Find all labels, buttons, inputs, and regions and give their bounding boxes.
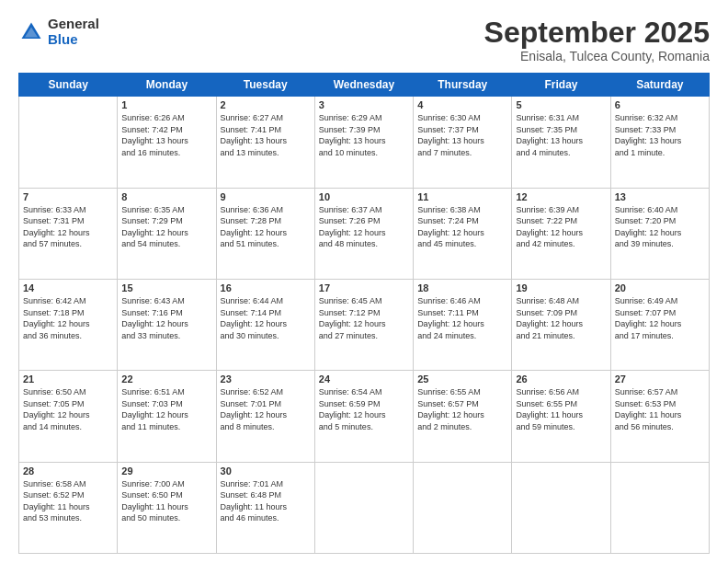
day-number: 4: [417, 99, 507, 110]
day-number: 13: [615, 191, 705, 202]
calendar-cell: [19, 97, 118, 188]
calendar-subtitle: Enisala, Tulcea County, Romania: [484, 49, 710, 63]
calendar-cell: 29Sunrise: 7:00 AM Sunset: 6:50 PM Dayli…: [118, 462, 216, 553]
day-info: Sunrise: 7:01 AM Sunset: 6:48 PM Dayligh…: [221, 478, 311, 524]
logo-general: General: [48, 17, 99, 32]
calendar-cell: [610, 462, 709, 553]
day-info: Sunrise: 6:44 AM Sunset: 7:14 PM Dayligh…: [221, 295, 311, 341]
day-number: 16: [221, 282, 311, 293]
calendar-cell: 26Sunrise: 6:56 AM Sunset: 6:55 PM Dayli…: [512, 371, 610, 462]
calendar-cell: 20Sunrise: 6:49 AM Sunset: 7:07 PM Dayli…: [610, 279, 709, 370]
col-saturday: Saturday: [610, 74, 709, 97]
day-number: 12: [516, 191, 606, 202]
day-number: 24: [319, 373, 409, 385]
calendar-cell: 22Sunrise: 6:51 AM Sunset: 7:03 PM Dayli…: [118, 371, 216, 462]
calendar-table: Sunday Monday Tuesday Wednesday Thursday…: [18, 73, 710, 554]
day-info: Sunrise: 6:39 AM Sunset: 7:22 PM Dayligh…: [516, 204, 606, 250]
day-number: 23: [221, 373, 311, 385]
day-info: Sunrise: 6:38 AM Sunset: 7:24 PM Dayligh…: [417, 204, 507, 250]
day-info: Sunrise: 6:35 AM Sunset: 7:29 PM Dayligh…: [121, 204, 211, 250]
calendar-cell: 27Sunrise: 6:57 AM Sunset: 6:53 PM Dayli…: [610, 371, 709, 462]
calendar-cell: 1Sunrise: 6:26 AM Sunset: 7:42 PM Daylig…: [118, 97, 216, 188]
calendar-cell: 8Sunrise: 6:35 AM Sunset: 7:29 PM Daylig…: [118, 188, 216, 279]
col-sunday: Sunday: [19, 74, 118, 97]
day-number: 3: [319, 99, 409, 110]
day-number: 11: [417, 191, 507, 202]
calendar-cell: 10Sunrise: 6:37 AM Sunset: 7:26 PM Dayli…: [314, 188, 413, 279]
day-info: Sunrise: 6:55 AM Sunset: 6:57 PM Dayligh…: [417, 386, 507, 432]
calendar-week-4: 21Sunrise: 6:50 AM Sunset: 7:05 PM Dayli…: [19, 371, 710, 462]
calendar-cell: 12Sunrise: 6:39 AM Sunset: 7:22 PM Dayli…: [512, 188, 610, 279]
day-number: 30: [221, 465, 311, 477]
calendar-cell: 19Sunrise: 6:48 AM Sunset: 7:09 PM Dayli…: [512, 279, 610, 370]
calendar-cell: 28Sunrise: 6:58 AM Sunset: 6:52 PM Dayli…: [19, 462, 118, 553]
day-number: 27: [615, 373, 705, 385]
day-info: Sunrise: 6:30 AM Sunset: 7:37 PM Dayligh…: [417, 112, 507, 158]
calendar-cell: 24Sunrise: 6:54 AM Sunset: 6:59 PM Dayli…: [314, 371, 413, 462]
calendar-cell: 11Sunrise: 6:38 AM Sunset: 7:24 PM Dayli…: [414, 188, 512, 279]
day-info: Sunrise: 6:40 AM Sunset: 7:20 PM Dayligh…: [615, 204, 705, 250]
day-info: Sunrise: 6:57 AM Sunset: 6:53 PM Dayligh…: [615, 386, 705, 432]
calendar-cell: 30Sunrise: 7:01 AM Sunset: 6:48 PM Dayli…: [216, 462, 314, 553]
calendar-cell: 5Sunrise: 6:31 AM Sunset: 7:35 PM Daylig…: [512, 97, 610, 188]
calendar-cell: 21Sunrise: 6:50 AM Sunset: 7:05 PM Dayli…: [19, 371, 118, 462]
day-number: 25: [417, 373, 507, 385]
day-info: Sunrise: 6:27 AM Sunset: 7:41 PM Dayligh…: [221, 112, 311, 158]
calendar-cell: 16Sunrise: 6:44 AM Sunset: 7:14 PM Dayli…: [216, 279, 314, 370]
header: General Blue September 2025 Enisala, Tul…: [18, 17, 710, 63]
day-number: 29: [121, 465, 211, 477]
calendar-cell: 25Sunrise: 6:55 AM Sunset: 6:57 PM Dayli…: [414, 371, 512, 462]
day-info: Sunrise: 6:49 AM Sunset: 7:07 PM Dayligh…: [615, 295, 705, 341]
logo: General Blue: [18, 17, 99, 47]
day-number: 18: [417, 282, 507, 293]
calendar-cell: 14Sunrise: 6:42 AM Sunset: 7:18 PM Dayli…: [19, 279, 118, 370]
calendar-cell: 4Sunrise: 6:30 AM Sunset: 7:37 PM Daylig…: [414, 97, 512, 188]
day-info: Sunrise: 6:45 AM Sunset: 7:12 PM Dayligh…: [319, 295, 409, 341]
calendar-cell: 6Sunrise: 6:32 AM Sunset: 7:33 PM Daylig…: [610, 97, 709, 188]
calendar-cell: [414, 462, 512, 553]
day-number: 14: [23, 282, 113, 293]
day-info: Sunrise: 6:37 AM Sunset: 7:26 PM Dayligh…: [319, 204, 409, 250]
calendar-title: September 2025: [484, 17, 710, 49]
day-number: 20: [615, 282, 705, 293]
day-info: Sunrise: 6:52 AM Sunset: 7:01 PM Dayligh…: [221, 386, 311, 432]
day-number: 26: [516, 373, 606, 385]
calendar-week-1: 1Sunrise: 6:26 AM Sunset: 7:42 PM Daylig…: [19, 97, 710, 188]
col-wednesday: Wednesday: [314, 74, 413, 97]
calendar-cell: 9Sunrise: 6:36 AM Sunset: 7:28 PM Daylig…: [216, 188, 314, 279]
col-tuesday: Tuesday: [216, 74, 314, 97]
day-number: 2: [221, 99, 311, 110]
col-monday: Monday: [118, 74, 216, 97]
calendar-week-3: 14Sunrise: 6:42 AM Sunset: 7:18 PM Dayli…: [19, 279, 710, 370]
col-thursday: Thursday: [414, 74, 512, 97]
title-block: September 2025 Enisala, Tulcea County, R…: [484, 17, 710, 63]
day-number: 21: [23, 373, 113, 385]
day-info: Sunrise: 6:31 AM Sunset: 7:35 PM Dayligh…: [516, 112, 606, 158]
day-info: Sunrise: 6:43 AM Sunset: 7:16 PM Dayligh…: [121, 295, 211, 341]
calendar-cell: [314, 462, 413, 553]
day-info: Sunrise: 6:46 AM Sunset: 7:11 PM Dayligh…: [417, 295, 507, 341]
calendar-cell: 7Sunrise: 6:33 AM Sunset: 7:31 PM Daylig…: [19, 188, 118, 279]
calendar-week-2: 7Sunrise: 6:33 AM Sunset: 7:31 PM Daylig…: [19, 188, 710, 279]
day-number: 19: [516, 282, 606, 293]
day-info: Sunrise: 6:29 AM Sunset: 7:39 PM Dayligh…: [319, 112, 409, 158]
logo-blue: Blue: [48, 32, 99, 48]
calendar-cell: 23Sunrise: 6:52 AM Sunset: 7:01 PM Dayli…: [216, 371, 314, 462]
day-info: Sunrise: 6:42 AM Sunset: 7:18 PM Dayligh…: [23, 295, 113, 341]
day-info: Sunrise: 6:33 AM Sunset: 7:31 PM Dayligh…: [23, 204, 113, 250]
calendar-cell: 3Sunrise: 6:29 AM Sunset: 7:39 PM Daylig…: [314, 97, 413, 188]
day-number: 22: [121, 373, 211, 385]
day-info: Sunrise: 6:26 AM Sunset: 7:42 PM Dayligh…: [121, 112, 211, 158]
day-info: Sunrise: 6:58 AM Sunset: 6:52 PM Dayligh…: [23, 478, 113, 524]
day-number: 10: [319, 191, 409, 202]
day-info: Sunrise: 6:54 AM Sunset: 6:59 PM Dayligh…: [319, 386, 409, 432]
calendar-cell: 15Sunrise: 6:43 AM Sunset: 7:16 PM Dayli…: [118, 279, 216, 370]
day-info: Sunrise: 6:32 AM Sunset: 7:33 PM Dayligh…: [615, 112, 705, 158]
day-number: 6: [615, 99, 705, 110]
calendar-cell: [512, 462, 610, 553]
day-info: Sunrise: 6:51 AM Sunset: 7:03 PM Dayligh…: [121, 386, 211, 432]
logo-icon: [18, 19, 44, 45]
day-number: 8: [121, 191, 211, 202]
day-info: Sunrise: 7:00 AM Sunset: 6:50 PM Dayligh…: [121, 478, 211, 524]
day-info: Sunrise: 6:50 AM Sunset: 7:05 PM Dayligh…: [23, 386, 113, 432]
